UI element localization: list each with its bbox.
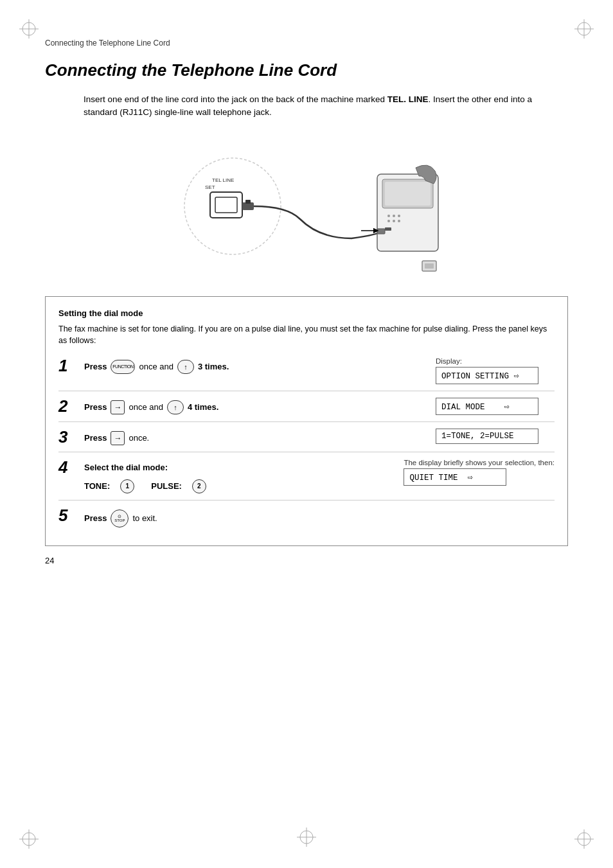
step-4-display: The display briefly shows your selection…	[394, 459, 555, 486]
breadcrumb: Connecting the Telephone Line Cord	[45, 39, 568, 48]
info-box-title: Setting the dial mode	[58, 308, 555, 318]
updown-button-2[interactable]: ↑	[167, 400, 184, 414]
step-1-display: Display: OPTION SETTING ⇨	[426, 357, 555, 384]
function-button[interactable]: FUNCTION	[111, 360, 135, 374]
display-label-1: Display:	[436, 357, 555, 365]
step-2-times-label: 4 times.	[188, 401, 218, 414]
svg-rect-24	[385, 182, 431, 206]
step-2-number: 2	[58, 398, 78, 414]
step-3-number: 3	[58, 429, 78, 445]
info-box-desc: The fax machine is set for tone dialing.…	[58, 323, 555, 348]
stop-button[interactable]: ⊙ STOP	[111, 509, 129, 527]
corner-mark-br	[574, 829, 594, 849]
step-3-display: 1=TONE, 2=PULSE	[426, 429, 555, 444]
step-5-press-label: Press	[84, 512, 107, 525]
step-3-once-label: once.	[129, 432, 149, 445]
svg-point-29	[387, 215, 390, 217]
step-2-content: Press → once and ↑ 4 times.	[84, 398, 426, 414]
step-2-press-label: Press	[84, 401, 107, 414]
svg-rect-25	[377, 229, 385, 234]
svg-point-31	[398, 215, 400, 217]
step-1-content: Press FUNCTION once and ↑ 3 times.	[84, 357, 426, 374]
step-3-content: Press → once.	[84, 429, 426, 445]
step-2-row: 2 Press → once and ↑ 4 times. DIAL MODE …	[58, 398, 555, 422]
arrow-button-3[interactable]: →	[111, 431, 125, 445]
svg-point-33	[393, 220, 395, 222]
tone-label: TONE:	[84, 480, 110, 493]
step-1-number: 1	[58, 357, 78, 374]
pulse-button[interactable]: 2	[192, 479, 206, 493]
step-3-press-label: Press	[84, 432, 107, 445]
display-box-4: QUIET TIME ⇨	[404, 468, 506, 486]
center-bottom-mark	[297, 828, 316, 849]
svg-rect-21	[245, 200, 251, 204]
step-5-row: 5 Press ⊙ STOP to exit.	[58, 507, 555, 527]
step-4-row: 4 Select the dial mode: TONE: 1 PULSE: 2…	[58, 459, 555, 500]
svg-rect-28	[425, 263, 434, 269]
svg-text:SET: SET	[205, 184, 215, 190]
step-1-press-label: Press	[84, 360, 107, 373]
pulse-label: PULSE:	[151, 480, 182, 493]
info-box: Setting the dial mode The fax machine is…	[45, 296, 568, 546]
svg-point-30	[393, 215, 395, 217]
display-box-1: OPTION SETTING ⇨	[436, 367, 538, 384]
step-2-once-label: once and	[129, 401, 163, 414]
step-3-row: 3 Press → once. 1=TONE, 2=PULSE	[58, 429, 555, 452]
display-label-4: The display briefly shows your selection…	[404, 459, 555, 466]
step-5-exit-label: to exit.	[132, 512, 157, 525]
intro-text: Insert one end of the line cord into the…	[84, 93, 568, 120]
arrow-button-2[interactable]: →	[111, 400, 125, 414]
svg-point-32	[387, 220, 390, 222]
svg-text:TEL LINE: TEL LINE	[212, 177, 234, 183]
svg-rect-17	[215, 197, 237, 213]
step-1-once-label: once and	[139, 360, 173, 373]
step-2-display: DIAL MODE ⇨	[426, 398, 555, 415]
display-box-2: DIAL MODE ⇨	[436, 398, 538, 415]
page-title: Connecting the Telephone Line Cord	[45, 60, 568, 80]
svg-rect-26	[385, 227, 391, 231]
step-1-row: 1 Press FUNCTION once and ↑ 3 times. Dis…	[58, 357, 555, 391]
svg-point-34	[398, 220, 400, 222]
page-number: 24	[45, 556, 54, 565]
corner-mark-bl	[19, 829, 39, 849]
step-4-number: 4	[58, 459, 78, 475]
step-4-content: Select the dial mode: TONE: 1 PULSE: 2	[84, 459, 394, 493]
step-5-number: 5	[58, 507, 78, 524]
display-box-3: 1=TONE, 2=PULSE	[436, 429, 538, 444]
step-5-content: Press ⊙ STOP to exit.	[84, 507, 426, 527]
step-1-times-label: 3 times.	[198, 360, 229, 373]
tone-button[interactable]: 1	[120, 479, 134, 493]
diagram-area: SET TEL LINE	[45, 136, 568, 277]
step-4-main-label: Select the dial mode:	[84, 461, 394, 474]
updown-button-1[interactable]: ↑	[177, 360, 194, 374]
